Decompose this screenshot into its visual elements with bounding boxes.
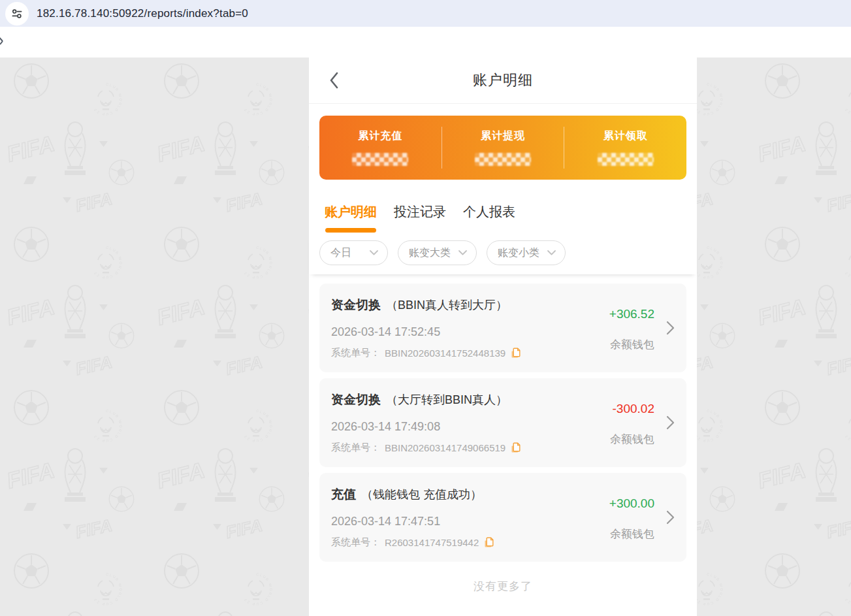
transaction-row[interactable]: 充值 （钱能钱包 充值成功） 2026-03-14 17:47:51 系统单号：… bbox=[319, 473, 686, 562]
page-title: 账户明细 bbox=[473, 71, 533, 90]
filter-date-dropdown[interactable]: 今日 bbox=[319, 240, 388, 265]
chevron-right-icon bbox=[666, 415, 675, 430]
filter-bar: 今日 账变大类 账变小类 bbox=[309, 233, 697, 274]
summary-label: 累计提现 bbox=[481, 129, 525, 143]
transaction-amount: +306.52 bbox=[609, 307, 654, 321]
filter-label: 今日 bbox=[330, 246, 351, 260]
summary-label: 累计领取 bbox=[603, 129, 648, 143]
summary-total-withdrawal: 累计提现 bbox=[442, 116, 564, 180]
site-settings-button[interactable] bbox=[5, 2, 29, 25]
chevron-right-icon bbox=[666, 320, 675, 336]
transaction-subtitle: （钱能钱包 充值成功） bbox=[361, 487, 482, 502]
tab-bet-records[interactable]: 投注记录 bbox=[394, 203, 446, 233]
copy-button[interactable] bbox=[483, 537, 494, 549]
chevron-down-icon bbox=[547, 250, 556, 255]
transaction-subtitle: （BBIN真人转到大厅） bbox=[386, 297, 507, 313]
order-label: 系统单号： bbox=[331, 347, 380, 359]
copy-button[interactable] bbox=[510, 348, 521, 359]
no-more-text: 没有更多了 bbox=[319, 579, 686, 613]
app-panel: 账户明细 累计充值 累计提现 累计领取 账户明细 bbox=[309, 57, 697, 616]
chevron-down-icon bbox=[458, 250, 467, 255]
transaction-amount: +300.00 bbox=[609, 496, 654, 511]
filter-minor-type-dropdown[interactable]: 账变小类 bbox=[487, 240, 566, 265]
order-label: 系统单号： bbox=[331, 442, 380, 454]
summary-value-redacted bbox=[598, 153, 654, 166]
transaction-list: 资金切换 （BBIN真人转到大厅） 2026-03-14 17:52:45 系统… bbox=[309, 274, 697, 613]
chevron-down-icon bbox=[370, 250, 378, 255]
summary-value-redacted bbox=[352, 153, 408, 166]
transaction-wallet: 余额钱包 bbox=[610, 527, 654, 542]
tab-label: 个人报表 bbox=[463, 204, 515, 219]
active-tab-underline bbox=[325, 228, 376, 233]
page-top-strip bbox=[0, 27, 851, 57]
chevron-left-icon bbox=[329, 71, 339, 89]
transaction-wallet: 余额钱包 bbox=[610, 432, 654, 447]
transaction-type: 资金切换 bbox=[331, 297, 381, 314]
tab-personal-report[interactable]: 个人报表 bbox=[463, 203, 515, 233]
summary-total-deposit: 累计充值 bbox=[319, 116, 442, 180]
order-number: BBIN202603141752448139 bbox=[385, 348, 506, 359]
clipped-glyph-artifact bbox=[0, 35, 6, 49]
filter-major-type-dropdown[interactable]: 账变大类 bbox=[398, 240, 477, 265]
tab-label: 账户明细 bbox=[325, 204, 377, 219]
back-button[interactable] bbox=[329, 71, 344, 90]
tab-label: 投注记录 bbox=[394, 204, 446, 219]
order-number: BBIN202603141749066519 bbox=[385, 442, 506, 453]
filter-label: 账变大类 bbox=[409, 246, 451, 260]
transaction-type: 资金切换 bbox=[331, 391, 381, 408]
transaction-row[interactable]: 资金切换 （BBIN真人转到大厅） 2026-03-14 17:52:45 系统… bbox=[319, 284, 686, 372]
summary-card: 累计充值 累计提现 累计领取 bbox=[319, 116, 686, 180]
filter-label: 账变小类 bbox=[498, 246, 539, 260]
transaction-amount: -300.02 bbox=[613, 402, 654, 416]
transaction-row[interactable]: 资金切换 （大厅转到BBIN真人） 2026-03-14 17:49:08 系统… bbox=[319, 378, 686, 467]
summary-total-received: 累计领取 bbox=[564, 116, 686, 180]
url-text[interactable]: 182.16.78.140:50922/reports/index?tab=0 bbox=[37, 7, 248, 20]
copy-icon bbox=[510, 348, 521, 359]
page-header: 账户明细 bbox=[309, 57, 697, 104]
copy-icon bbox=[510, 442, 521, 454]
browser-url-bar: 182.16.78.140:50922/reports/index?tab=0 bbox=[0, 0, 851, 27]
copy-icon bbox=[483, 537, 494, 549]
order-number: R2603141747519442 bbox=[385, 537, 479, 548]
tab-bar: 账户明细 投注记录 个人报表 bbox=[309, 180, 697, 233]
copy-button[interactable] bbox=[510, 442, 521, 454]
page-background: CLUB WORLD CUP 23 FIFA FIFA bbox=[0, 57, 851, 616]
summary-value-redacted bbox=[475, 153, 531, 166]
summary-label: 累计充值 bbox=[358, 129, 402, 143]
tab-account-details[interactable]: 账户明细 bbox=[325, 203, 377, 233]
transaction-type: 充值 bbox=[331, 486, 356, 503]
transaction-subtitle: （大厅转到BBIN真人） bbox=[386, 392, 507, 408]
transaction-wallet: 余额钱包 bbox=[610, 337, 654, 352]
chevron-right-icon bbox=[666, 510, 675, 525]
site-settings-icon bbox=[12, 8, 22, 19]
order-label: 系统单号： bbox=[331, 536, 380, 549]
